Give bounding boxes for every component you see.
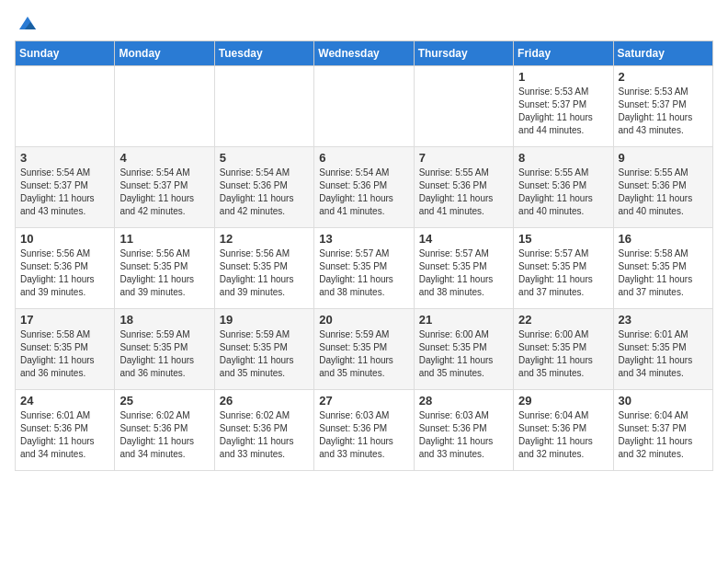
calendar-cell: 20Sunrise: 5:59 AM Sunset: 5:35 PM Dayli…: [314, 309, 414, 390]
day-number: 26: [220, 394, 309, 408]
day-number: 2: [619, 70, 708, 84]
day-info: Sunrise: 5:57 AM Sunset: 5:35 PM Dayligh…: [518, 247, 608, 299]
day-number: 5: [220, 151, 309, 165]
day-number: 13: [319, 232, 408, 246]
weekday-header-tuesday: Tuesday: [214, 41, 313, 66]
calendar-cell: 9Sunrise: 5:55 AM Sunset: 5:36 PM Daylig…: [613, 147, 712, 228]
week-row-1: 1Sunrise: 5:53 AM Sunset: 5:37 PM Daylig…: [16, 66, 713, 147]
day-number: 15: [518, 232, 608, 246]
day-info: Sunrise: 6:03 AM Sunset: 5:36 PM Dayligh…: [319, 409, 408, 461]
day-info: Sunrise: 6:04 AM Sunset: 5:36 PM Dayligh…: [518, 409, 608, 461]
day-number: 14: [419, 232, 508, 246]
day-number: 28: [419, 394, 508, 408]
week-row-4: 17Sunrise: 5:58 AM Sunset: 5:35 PM Dayli…: [16, 309, 713, 390]
day-number: 18: [119, 313, 209, 327]
calendar-cell: 23Sunrise: 6:01 AM Sunset: 5:35 PM Dayli…: [613, 309, 712, 390]
day-info: Sunrise: 5:57 AM Sunset: 5:35 PM Dayligh…: [419, 247, 508, 299]
day-info: Sunrise: 6:03 AM Sunset: 5:36 PM Dayligh…: [419, 409, 508, 461]
calendar-cell: 6Sunrise: 5:54 AM Sunset: 5:36 PM Daylig…: [314, 147, 414, 228]
day-number: 12: [220, 232, 309, 246]
calendar-cell: 10Sunrise: 5:56 AM Sunset: 5:36 PM Dayli…: [16, 228, 115, 309]
calendar-cell: 5Sunrise: 5:54 AM Sunset: 5:36 PM Daylig…: [214, 147, 313, 228]
calendar-cell: 24Sunrise: 6:01 AM Sunset: 5:36 PM Dayli…: [16, 390, 115, 471]
calendar-cell: 28Sunrise: 6:03 AM Sunset: 5:36 PM Dayli…: [414, 390, 513, 471]
calendar-cell: 14Sunrise: 5:57 AM Sunset: 5:35 PM Dayli…: [414, 228, 513, 309]
calendar-cell: 19Sunrise: 5:59 AM Sunset: 5:35 PM Dayli…: [214, 309, 313, 390]
calendar-cell: 29Sunrise: 6:04 AM Sunset: 5:36 PM Dayli…: [514, 390, 613, 471]
day-number: 10: [20, 232, 109, 246]
calendar-cell: 4Sunrise: 5:54 AM Sunset: 5:37 PM Daylig…: [115, 147, 214, 228]
day-number: 11: [119, 232, 209, 246]
day-info: Sunrise: 5:58 AM Sunset: 5:35 PM Dayligh…: [619, 247, 708, 299]
calendar-cell: 18Sunrise: 5:59 AM Sunset: 5:35 PM Dayli…: [115, 309, 214, 390]
day-number: 19: [220, 313, 309, 327]
calendar-cell: [314, 66, 414, 147]
day-number: 8: [518, 151, 608, 165]
calendar-cell: 27Sunrise: 6:03 AM Sunset: 5:36 PM Dayli…: [314, 390, 414, 471]
calendar-cell: [115, 66, 214, 147]
calendar-cell: 21Sunrise: 6:00 AM Sunset: 5:35 PM Dayli…: [414, 309, 513, 390]
calendar-cell: 13Sunrise: 5:57 AM Sunset: 5:35 PM Dayli…: [314, 228, 414, 309]
day-number: 21: [419, 313, 508, 327]
day-info: Sunrise: 5:57 AM Sunset: 5:35 PM Dayligh…: [319, 247, 408, 299]
day-number: 25: [119, 394, 209, 408]
week-row-2: 3Sunrise: 5:54 AM Sunset: 5:37 PM Daylig…: [16, 147, 713, 228]
day-info: Sunrise: 5:55 AM Sunset: 5:36 PM Dayligh…: [419, 167, 508, 218]
calendar-cell: 7Sunrise: 5:55 AM Sunset: 5:36 PM Daylig…: [414, 147, 513, 228]
calendar-cell: [16, 66, 115, 147]
day-number: 17: [20, 313, 109, 327]
week-row-5: 24Sunrise: 6:01 AM Sunset: 5:36 PM Dayli…: [16, 390, 713, 471]
weekday-header-sunday: Sunday: [16, 41, 115, 66]
weekday-header-thursday: Thursday: [414, 41, 513, 66]
calendar-cell: 1Sunrise: 5:53 AM Sunset: 5:37 PM Daylig…: [514, 66, 613, 147]
day-info: Sunrise: 5:56 AM Sunset: 5:35 PM Dayligh…: [119, 247, 209, 299]
day-number: 7: [419, 151, 508, 165]
day-info: Sunrise: 6:02 AM Sunset: 5:36 PM Dayligh…: [119, 409, 209, 461]
calendar-cell: 22Sunrise: 6:00 AM Sunset: 5:35 PM Dayli…: [514, 309, 613, 390]
day-info: Sunrise: 6:04 AM Sunset: 5:37 PM Dayligh…: [619, 409, 708, 461]
calendar-cell: 11Sunrise: 5:56 AM Sunset: 5:35 PM Dayli…: [115, 228, 214, 309]
day-number: 16: [619, 232, 708, 246]
day-number: 20: [319, 313, 408, 327]
weekday-header-friday: Friday: [514, 41, 613, 66]
day-info: Sunrise: 5:56 AM Sunset: 5:35 PM Dayligh…: [220, 247, 309, 299]
day-number: 23: [619, 313, 708, 327]
calendar-cell: 16Sunrise: 5:58 AM Sunset: 5:35 PM Dayli…: [613, 228, 712, 309]
weekday-header-saturday: Saturday: [613, 41, 712, 66]
calendar-table: SundayMondayTuesdayWednesdayThursdayFrid…: [15, 40, 713, 471]
logo-icon: [17, 13, 38, 33]
day-info: Sunrise: 5:58 AM Sunset: 5:35 PM Dayligh…: [20, 328, 109, 380]
day-info: Sunrise: 5:59 AM Sunset: 5:35 PM Dayligh…: [220, 328, 309, 380]
logo: [15, 15, 38, 29]
day-number: 30: [619, 394, 708, 408]
day-info: Sunrise: 5:54 AM Sunset: 5:36 PM Dayligh…: [319, 167, 408, 218]
calendar-cell: [414, 66, 513, 147]
day-info: Sunrise: 6:01 AM Sunset: 5:35 PM Dayligh…: [619, 328, 708, 380]
calendar-cell: 3Sunrise: 5:54 AM Sunset: 5:37 PM Daylig…: [16, 147, 115, 228]
day-number: 4: [119, 151, 209, 165]
calendar-cell: 8Sunrise: 5:55 AM Sunset: 5:36 PM Daylig…: [514, 147, 613, 228]
day-info: Sunrise: 5:55 AM Sunset: 5:36 PM Dayligh…: [619, 167, 708, 218]
weekday-header-wednesday: Wednesday: [314, 41, 414, 66]
day-number: 6: [319, 151, 408, 165]
day-info: Sunrise: 5:59 AM Sunset: 5:35 PM Dayligh…: [119, 328, 209, 380]
day-info: Sunrise: 5:55 AM Sunset: 5:36 PM Dayligh…: [518, 167, 608, 218]
calendar-cell: [214, 66, 313, 147]
day-info: Sunrise: 6:00 AM Sunset: 5:35 PM Dayligh…: [419, 328, 508, 380]
day-info: Sunrise: 5:54 AM Sunset: 5:36 PM Dayligh…: [220, 167, 309, 218]
week-row-3: 10Sunrise: 5:56 AM Sunset: 5:36 PM Dayli…: [16, 228, 713, 309]
calendar-cell: 2Sunrise: 5:53 AM Sunset: 5:37 PM Daylig…: [613, 66, 712, 147]
calendar-cell: 26Sunrise: 6:02 AM Sunset: 5:36 PM Dayli…: [214, 390, 313, 471]
page-header: [15, 15, 713, 29]
day-info: Sunrise: 6:00 AM Sunset: 5:35 PM Dayligh…: [518, 328, 608, 380]
day-info: Sunrise: 5:54 AM Sunset: 5:37 PM Dayligh…: [20, 167, 109, 218]
weekday-header-monday: Monday: [115, 41, 214, 66]
day-info: Sunrise: 5:54 AM Sunset: 5:37 PM Dayligh…: [119, 167, 209, 218]
calendar-cell: 17Sunrise: 5:58 AM Sunset: 5:35 PM Dayli…: [16, 309, 115, 390]
day-info: Sunrise: 6:01 AM Sunset: 5:36 PM Dayligh…: [20, 409, 109, 461]
day-number: 24: [20, 394, 109, 408]
day-info: Sunrise: 5:53 AM Sunset: 5:37 PM Dayligh…: [619, 86, 708, 137]
day-info: Sunrise: 5:56 AM Sunset: 5:36 PM Dayligh…: [20, 247, 109, 299]
day-info: Sunrise: 6:02 AM Sunset: 5:36 PM Dayligh…: [220, 409, 309, 461]
day-number: 1: [518, 70, 608, 84]
